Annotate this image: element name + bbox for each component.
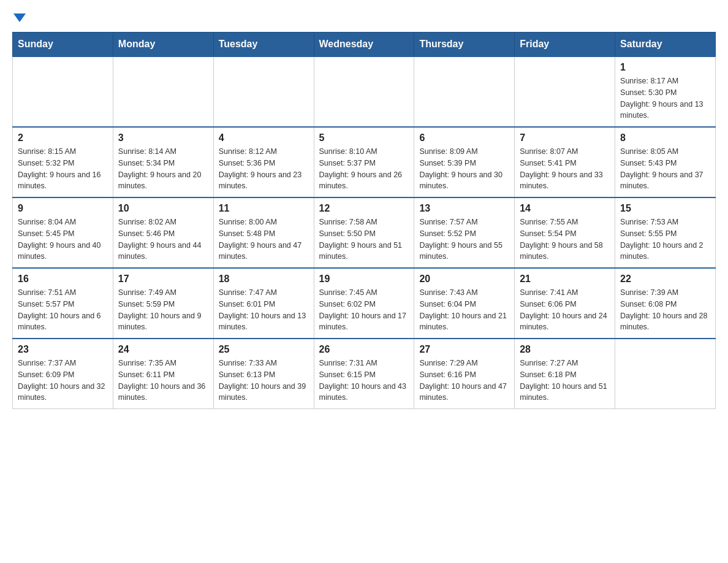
calendar-cell: 13Sunrise: 7:57 AM Sunset: 5:52 PM Dayli… [414,197,515,268]
day-number: 28 [520,344,610,355]
weekday-header-tuesday: Tuesday [213,33,314,57]
calendar-cell: 5Sunrise: 8:10 AM Sunset: 5:37 PM Daylig… [314,127,414,197]
calendar-cell: 14Sunrise: 7:55 AM Sunset: 5:54 PM Dayli… [515,197,615,268]
calendar-cell: 21Sunrise: 7:41 AM Sunset: 6:06 PM Dayli… [515,268,615,339]
day-info: Sunrise: 7:33 AM Sunset: 6:13 PM Dayligh… [219,358,309,404]
day-info: Sunrise: 8:04 AM Sunset: 5:45 PM Dayligh… [18,216,108,262]
calendar-cell: 20Sunrise: 7:43 AM Sunset: 6:04 PM Dayli… [414,268,515,339]
day-number: 15 [620,203,710,214]
day-info: Sunrise: 8:02 AM Sunset: 5:46 PM Dayligh… [118,216,208,262]
day-info: Sunrise: 7:53 AM Sunset: 5:55 PM Dayligh… [620,216,710,262]
day-number: 22 [620,274,710,285]
logo-triangle-icon [13,13,26,22]
day-info: Sunrise: 7:43 AM Sunset: 6:04 PM Dayligh… [419,287,509,333]
day-number: 9 [18,203,108,214]
calendar-cell: 27Sunrise: 7:29 AM Sunset: 6:16 PM Dayli… [414,339,515,409]
calendar-cell: 16Sunrise: 7:51 AM Sunset: 5:57 PM Dayli… [13,268,113,339]
calendar-cell [13,56,113,127]
week-row-4: 16Sunrise: 7:51 AM Sunset: 5:57 PM Dayli… [13,268,716,339]
day-number: 17 [118,274,208,285]
day-info: Sunrise: 7:49 AM Sunset: 5:59 PM Dayligh… [118,287,208,333]
calendar-cell: 23Sunrise: 7:37 AM Sunset: 6:09 PM Dayli… [13,339,113,409]
calendar-cell: 26Sunrise: 7:31 AM Sunset: 6:15 PM Dayli… [314,339,414,409]
day-number: 4 [219,132,309,144]
calendar-cell [515,56,615,127]
day-number: 20 [419,274,509,285]
day-number: 3 [118,132,208,144]
calendar-cell: 4Sunrise: 8:12 AM Sunset: 5:36 PM Daylig… [213,127,314,197]
week-row-3: 9Sunrise: 8:04 AM Sunset: 5:45 PM Daylig… [13,197,716,268]
day-number: 27 [419,344,509,355]
week-row-5: 23Sunrise: 7:37 AM Sunset: 6:09 PM Dayli… [13,339,716,409]
weekday-header-monday: Monday [113,33,213,57]
day-info: Sunrise: 7:31 AM Sunset: 6:15 PM Dayligh… [319,358,409,404]
calendar-cell: 17Sunrise: 7:49 AM Sunset: 5:59 PM Dayli… [113,268,213,339]
day-number: 21 [520,274,610,285]
day-info: Sunrise: 7:45 AM Sunset: 6:02 PM Dayligh… [319,287,409,333]
day-info: Sunrise: 8:00 AM Sunset: 5:48 PM Dayligh… [219,216,309,262]
day-info: Sunrise: 7:27 AM Sunset: 6:18 PM Dayligh… [520,358,610,404]
calendar-cell: 1Sunrise: 8:17 AM Sunset: 5:30 PM Daylig… [615,56,716,127]
day-number: 14 [520,203,610,214]
day-info: Sunrise: 8:05 AM Sunset: 5:43 PM Dayligh… [620,146,710,192]
calendar-cell: 22Sunrise: 7:39 AM Sunset: 6:08 PM Dayli… [615,268,716,339]
day-number: 18 [219,274,309,285]
day-info: Sunrise: 8:15 AM Sunset: 5:32 PM Dayligh… [18,146,108,192]
day-info: Sunrise: 8:09 AM Sunset: 5:39 PM Dayligh… [419,146,509,192]
day-info: Sunrise: 7:47 AM Sunset: 6:01 PM Dayligh… [219,287,309,333]
day-number: 10 [118,203,208,214]
calendar-cell: 24Sunrise: 7:35 AM Sunset: 6:11 PM Dayli… [113,339,213,409]
calendar-cell: 25Sunrise: 7:33 AM Sunset: 6:13 PM Dayli… [213,339,314,409]
week-row-1: 1Sunrise: 8:17 AM Sunset: 5:30 PM Daylig… [13,56,716,127]
calendar-cell: 15Sunrise: 7:53 AM Sunset: 5:55 PM Dayli… [615,197,716,268]
day-info: Sunrise: 8:14 AM Sunset: 5:34 PM Dayligh… [118,146,208,192]
calendar-cell: 19Sunrise: 7:45 AM Sunset: 6:02 PM Dayli… [314,268,414,339]
day-info: Sunrise: 7:55 AM Sunset: 5:54 PM Dayligh… [520,216,610,262]
calendar-header-row: SundayMondayTuesdayWednesdayThursdayFrid… [13,33,716,57]
day-info: Sunrise: 7:41 AM Sunset: 6:06 PM Dayligh… [520,287,610,333]
page-header [12,12,716,20]
calendar-cell: 6Sunrise: 8:09 AM Sunset: 5:39 PM Daylig… [414,127,515,197]
day-number: 12 [319,203,409,214]
calendar-cell [615,339,716,409]
weekday-header-thursday: Thursday [414,33,515,57]
day-number: 1 [620,62,710,73]
day-number: 23 [18,344,108,355]
weekday-header-sunday: Sunday [13,33,113,57]
day-info: Sunrise: 7:57 AM Sunset: 5:52 PM Dayligh… [419,216,509,262]
day-info: Sunrise: 7:35 AM Sunset: 6:11 PM Dayligh… [118,358,208,404]
calendar-cell: 18Sunrise: 7:47 AM Sunset: 6:01 PM Dayli… [213,268,314,339]
calendar-cell: 9Sunrise: 8:04 AM Sunset: 5:45 PM Daylig… [13,197,113,268]
calendar-cell: 7Sunrise: 8:07 AM Sunset: 5:41 PM Daylig… [515,127,615,197]
calendar-cell [314,56,414,127]
logo [12,12,26,20]
week-row-2: 2Sunrise: 8:15 AM Sunset: 5:32 PM Daylig… [13,127,716,197]
calendar-cell [414,56,515,127]
day-info: Sunrise: 8:12 AM Sunset: 5:36 PM Dayligh… [219,146,309,192]
weekday-header-saturday: Saturday [615,33,716,57]
day-info: Sunrise: 8:10 AM Sunset: 5:37 PM Dayligh… [319,146,409,192]
calendar-cell: 8Sunrise: 8:05 AM Sunset: 5:43 PM Daylig… [615,127,716,197]
day-number: 5 [319,132,409,144]
calendar-cell: 28Sunrise: 7:27 AM Sunset: 6:18 PM Dayli… [515,339,615,409]
day-number: 16 [18,274,108,285]
day-number: 11 [219,203,309,214]
day-number: 19 [319,274,409,285]
day-number: 26 [319,344,409,355]
day-number: 24 [118,344,208,355]
day-number: 2 [18,132,108,144]
calendar-cell: 11Sunrise: 8:00 AM Sunset: 5:48 PM Dayli… [213,197,314,268]
day-info: Sunrise: 7:29 AM Sunset: 6:16 PM Dayligh… [419,358,509,404]
day-number: 25 [219,344,309,355]
day-info: Sunrise: 7:39 AM Sunset: 6:08 PM Dayligh… [620,287,710,333]
day-info: Sunrise: 8:17 AM Sunset: 5:30 PM Dayligh… [620,75,710,121]
day-number: 13 [419,203,509,214]
day-info: Sunrise: 7:51 AM Sunset: 5:57 PM Dayligh… [18,287,108,333]
calendar-cell [213,56,314,127]
calendar-cell [113,56,213,127]
day-info: Sunrise: 8:07 AM Sunset: 5:41 PM Dayligh… [520,146,610,192]
calendar-cell: 3Sunrise: 8:14 AM Sunset: 5:34 PM Daylig… [113,127,213,197]
calendar-cell: 10Sunrise: 8:02 AM Sunset: 5:46 PM Dayli… [113,197,213,268]
day-number: 6 [419,132,509,144]
day-info: Sunrise: 7:58 AM Sunset: 5:50 PM Dayligh… [319,216,409,262]
